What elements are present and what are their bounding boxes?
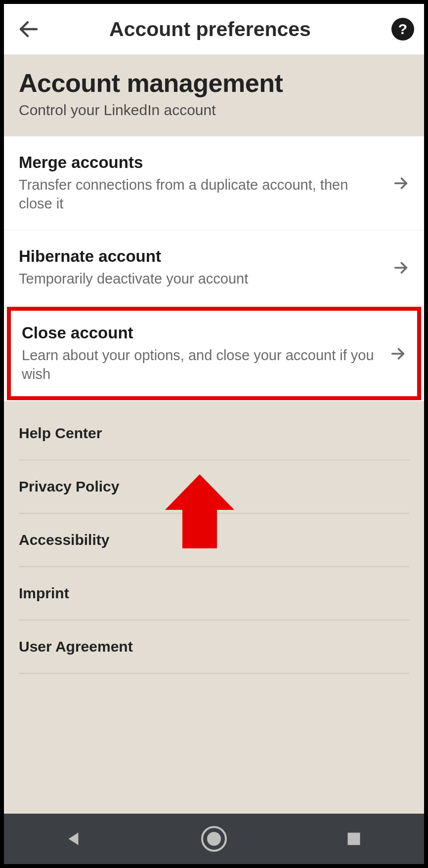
section-header: Account management Control your LinkedIn… [4,55,424,136]
svg-marker-5 [68,832,78,845]
nav-home-button[interactable] [199,824,229,854]
item-title: Merge accounts [19,153,384,172]
square-recent-icon [346,831,361,846]
chevron-right-icon [392,259,409,276]
help-center-link[interactable]: Help Center [19,401,409,460]
svg-point-7 [207,832,221,846]
item-title: Hibernate account [19,247,384,266]
close-account-item[interactable]: Close account Learn about your options, … [7,307,421,400]
item-title: Close account [22,324,384,342]
privacy-policy-link[interactable]: Privacy Policy [19,460,409,514]
accessibility-link[interactable]: Accessibility [19,514,409,567]
item-desc: Temporarily deactivate your account [19,270,384,289]
imprint-link[interactable]: Imprint [19,567,409,620]
item-desc: Learn about your options, and close your… [22,346,384,383]
question-icon: ? [398,21,407,38]
item-desc: Transfer connections from a duplicate ac… [19,176,384,213]
merge-accounts-item[interactable]: Merge accounts Transfer connections from… [4,136,424,230]
item-text: Close account Learn about your options, … [22,324,392,383]
content-area: Account management Control your LinkedIn… [4,55,424,814]
item-text: Merge accounts Transfer connections from… [19,153,392,213]
nav-back-button[interactable] [59,824,89,854]
section-title: Account management [19,68,409,98]
chevron-right-icon [389,345,406,362]
settings-list: Merge accounts Transfer connections from… [4,136,424,401]
circle-home-icon [201,826,227,852]
page-title: Account preferences [29,18,391,41]
chevron-right-icon [392,175,409,192]
item-text: Hibernate account Temporarily deactivate… [19,247,392,289]
scroll-content: Account management Control your LinkedIn… [4,55,424,814]
triangle-back-icon [66,830,83,847]
system-nav-bar [4,814,424,864]
nav-recent-button[interactable] [339,824,369,854]
app-bar: Account preferences ? [4,4,424,55]
svg-rect-8 [348,833,360,845]
user-agreement-link[interactable]: User Agreement [19,620,409,674]
footer-links: Help Center Privacy Policy Accessibility… [4,401,424,674]
help-button[interactable]: ? [391,18,414,41]
hibernate-account-item[interactable]: Hibernate account Temporarily deactivate… [4,230,424,306]
section-subtitle: Control your LinkedIn account [19,102,409,119]
